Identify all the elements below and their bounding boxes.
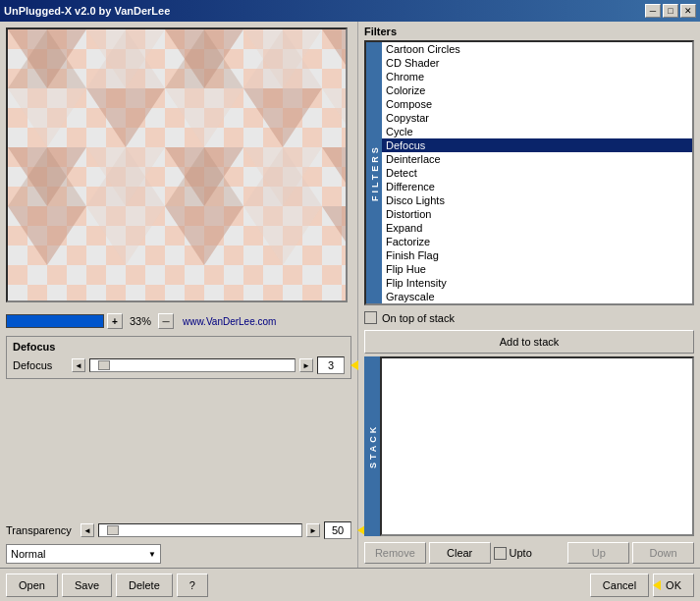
defocus-right-arrow[interactable]: ► (299, 358, 313, 372)
app-window: UnPlugged-X v2.0 by VanDerLee ─ □ ✕ (0, 0, 700, 601)
transparency-area: Transparency ◄ ► 50 (0, 519, 357, 542)
filter-list-item[interactable]: Expand (382, 221, 692, 235)
filters-list-container: FILTERS Cartoon CirclesCD ShaderChromeCo… (364, 40, 694, 305)
defocus-label: Defocus (13, 359, 68, 371)
filter-empty-area (0, 381, 357, 519)
mode-dropdown-row: Normal ▼ (0, 542, 357, 568)
filter-list-item[interactable]: Compose (382, 97, 692, 111)
maximize-button[interactable]: □ (663, 4, 678, 18)
preview-canvas (6, 27, 348, 302)
close-button[interactable]: ✕ (680, 4, 696, 18)
transparency-left-arrow[interactable]: ◄ (81, 523, 94, 537)
upto-checkbox[interactable] (494, 547, 507, 560)
defocus-row: Defocus ◄ ► 3 (13, 356, 345, 374)
filter-list[interactable]: Cartoon CirclesCD ShaderChromeColorizeCo… (382, 42, 692, 303)
filter-list-item[interactable]: Cartoon Circles (382, 42, 692, 56)
delete-button[interactable]: Delete (116, 574, 173, 597)
zoom-plus-button[interactable]: + (107, 313, 123, 329)
stack-vertical-label: STACK (364, 356, 380, 536)
filter-list-item[interactable]: Chrome (382, 70, 692, 83)
filter-list-item[interactable]: Colorize (382, 83, 692, 97)
ontop-label: On top of stack (382, 312, 455, 324)
open-button[interactable]: Open (6, 574, 58, 597)
help-button[interactable]: ? (177, 574, 208, 597)
filter-params-title: Defocus (13, 341, 345, 353)
dropdown-arrow-icon: ▼ (148, 550, 156, 559)
title-bar: UnPlugged-X v2.0 by VanDerLee ─ □ ✕ (0, 0, 700, 22)
zoom-percent: 33% (126, 315, 155, 327)
transparency-right-arrow[interactable]: ► (306, 523, 320, 537)
filter-list-item[interactable]: Cycle (382, 125, 692, 138)
preview-wrapper (0, 22, 357, 308)
zoom-progress-bar (6, 314, 104, 328)
defocus-slider-track[interactable] (89, 358, 296, 372)
upto-label: Upto (510, 547, 532, 559)
defocus-yellow-indicator (350, 360, 358, 370)
zoom-controls: + 33% ─ www.VanDerLee.com (0, 308, 357, 334)
right-panel: Filters FILTERS Cartoon CirclesCD Shader… (358, 22, 700, 568)
filter-list-item[interactable]: Disco Lights (382, 193, 692, 207)
transparency-slider[interactable] (98, 523, 302, 537)
down-button[interactable]: Down (632, 542, 694, 564)
filters-vertical-label: FILTERS (366, 42, 382, 303)
filter-list-item[interactable]: Copystar (382, 111, 692, 125)
mode-dropdown[interactable]: Normal ▼ (6, 544, 161, 564)
save-button[interactable]: Save (62, 574, 112, 597)
defocus-value-container: 3 (317, 356, 345, 374)
window-controls: ─ □ ✕ (645, 4, 696, 18)
filter-list-item[interactable]: CD Shader (382, 56, 692, 70)
filter-list-item[interactable]: Flip Hue (382, 262, 692, 276)
filter-params-box: Defocus Defocus ◄ ► 3 (6, 336, 351, 379)
up-button[interactable]: Up (567, 542, 629, 564)
filter-list-item[interactable]: Difference (382, 180, 692, 193)
filter-list-item[interactable]: Distortion (382, 207, 692, 221)
defocus-left-arrow[interactable]: ◄ (72, 358, 85, 372)
defocus-slider-thumb (98, 360, 110, 370)
stack-list (380, 356, 694, 536)
remove-button[interactable]: Remove (364, 542, 426, 564)
filter-list-scroll: Cartoon CirclesCD ShaderChromeColorizeCo… (382, 42, 692, 303)
filter-list-item[interactable]: Grayscale (382, 290, 692, 303)
stack-buttons: Remove Clear Upto Up Down (364, 542, 694, 564)
window-title: UnPlugged-X v2.0 by VanDerLee (4, 5, 170, 17)
footer: Open Save Delete ? Cancel OK (0, 568, 700, 601)
left-panel: + 33% ─ www.VanDerLee.com Defocus Defocu… (0, 22, 358, 568)
clear-button[interactable]: Clear (429, 542, 491, 564)
filter-list-item[interactable]: Detect (382, 166, 692, 180)
cancel-yellow-indicator (653, 580, 661, 590)
defocus-value: 3 (317, 356, 345, 374)
ontop-checkbox[interactable] (364, 311, 377, 324)
transparency-value: 50 (324, 521, 351, 539)
zoom-minus-button[interactable]: ─ (158, 313, 174, 329)
mode-label: Normal (11, 548, 45, 560)
cancel-btn-wrapper: Cancel (590, 574, 649, 597)
filters-header: Filters (364, 26, 694, 37)
transparency-value-container: 50 (324, 521, 351, 539)
add-to-stack-button[interactable]: Add to stack (364, 330, 694, 354)
body-area: + 33% ─ www.VanDerLee.com Defocus Defocu… (0, 22, 700, 568)
stack-section: STACK (364, 356, 694, 536)
ontop-row: On top of stack (364, 311, 694, 324)
minimize-button[interactable]: ─ (645, 4, 661, 18)
filter-list-item[interactable]: Factorize (382, 235, 692, 248)
cancel-button[interactable]: Cancel (590, 574, 649, 597)
filter-list-item[interactable]: Flip Intensity (382, 276, 692, 290)
transparency-thumb (107, 525, 119, 535)
filter-list-item[interactable]: Finish Flag (382, 248, 692, 262)
transparency-label: Transparency (6, 524, 77, 536)
filter-list-item[interactable]: Deinterlace (382, 152, 692, 166)
upto-row: Upto (494, 542, 565, 564)
filter-list-item[interactable]: Defocus (382, 138, 692, 152)
zoom-url: www.VanDerLee.com (183, 316, 276, 327)
preview-svg (8, 29, 348, 302)
